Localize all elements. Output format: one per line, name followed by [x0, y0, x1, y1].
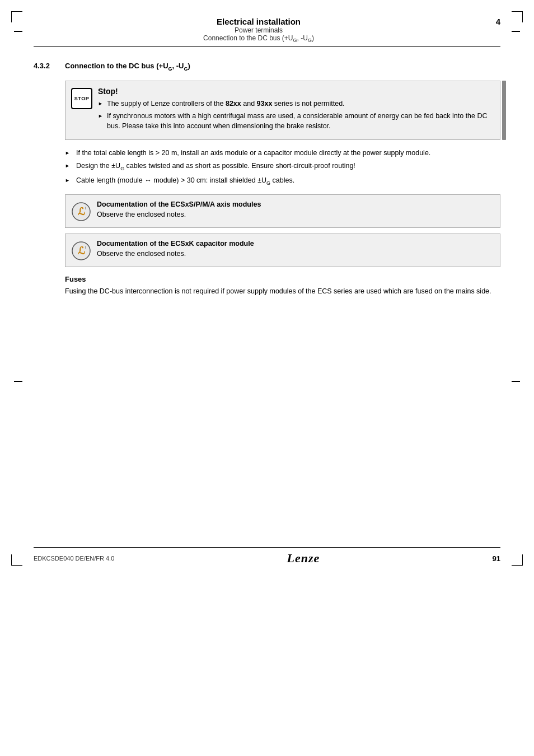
corner-mark-tl	[11, 11, 22, 22]
header-sub2: Connection to the DC bus (+UG, -UG)	[34, 34, 484, 43]
info-text-1: Observe the enclosed notes.	[97, 210, 492, 220]
tick-left-mid	[14, 381, 22, 382]
info-box2-wrapper: ℒ i Documentation of the ECSxK capacitor…	[65, 234, 500, 267]
header-content: Electrical installation Power terminals …	[34, 17, 484, 43]
info-icon-1: ℒ i	[71, 202, 91, 222]
info-content-2: Documentation of the ECSxK capacitor mod…	[97, 240, 492, 259]
header-sub1: Power terminals	[34, 26, 484, 34]
stop-list: The supply of Lenze controllers of the 8…	[98, 99, 492, 132]
tick-right-top	[512, 31, 520, 32]
info-box1: ℒ i Documentation of the ECSxS/P/M/A axi…	[65, 194, 500, 228]
header-title: Electrical installation	[34, 17, 484, 26]
stop-title: Stop!	[98, 87, 492, 96]
svg-text:ℒ: ℒ	[78, 206, 85, 217]
tick-left-top	[14, 31, 22, 32]
section-title: Connection to the DC bus (+UG, -UG)	[65, 62, 190, 72]
svg-text:ℒ: ℒ	[78, 245, 85, 256]
bullet-item-1: If the total cable length is > 20 m, ins…	[65, 148, 500, 158]
stop-item-2: If synchronous motors with a high centri…	[98, 111, 492, 131]
info-icon-2: ℒ i	[71, 241, 91, 261]
fuses-text: Fusing the DC-bus interconnection is not…	[65, 286, 500, 296]
info-box2: ℒ i Documentation of the ECSxK capacitor…	[65, 234, 500, 267]
svg-text:i: i	[85, 206, 86, 211]
section-number: 4.3.2	[34, 62, 56, 70]
page-header: Electrical installation Power terminals …	[34, 17, 500, 47]
fuses-heading: Fuses	[65, 275, 500, 283]
chapter-number: 4	[489, 17, 500, 26]
corner-mark-br	[512, 554, 523, 566]
stop-icon: STOP	[71, 88, 92, 109]
info-title-1: Documentation of the ECSxS/P/M/A axis mo…	[97, 200, 492, 208]
bullet-item-2: Design the ±UG cables twisted and as sho…	[65, 161, 500, 172]
stop-box: STOP Stop! The supply of Lenze controlle…	[65, 81, 500, 141]
info-content-1: Documentation of the ECSxS/P/M/A axis mo…	[97, 200, 492, 220]
stop-item-1: The supply of Lenze controllers of the 8…	[98, 99, 492, 109]
corner-mark-tr	[512, 11, 523, 22]
main-content: 4.3.2 Connection to the DC bus (+UG, -UG…	[34, 62, 500, 296]
info-text-2: Observe the enclosed notes.	[97, 249, 492, 259]
stop-box-wrapper: STOP Stop! The supply of Lenze controlle…	[65, 81, 500, 141]
tick-right-mid	[512, 381, 520, 382]
section-heading: 4.3.2 Connection to the DC bus (+UG, -UG…	[34, 62, 500, 72]
footer-logo: Lenze	[287, 551, 320, 566]
bullet-list: If the total cable length is > 20 m, ins…	[65, 148, 500, 186]
bullet-item-3: Cable length (module ↔ module) > 30 cm: …	[65, 175, 500, 187]
page-footer: EDKCSDE040 DE/EN/FR 4.0 Lenze 91	[34, 547, 500, 566]
stop-content: Stop! The supply of Lenze controllers of…	[98, 87, 492, 134]
svg-text:i: i	[85, 245, 86, 250]
footer-doc-ref: EDKCSDE040 DE/EN/FR 4.0	[34, 555, 114, 562]
footer-page-number: 91	[493, 554, 500, 563]
stop-box-accent-bar	[502, 81, 506, 141]
corner-mark-bl	[11, 554, 22, 566]
fuses-section: Fuses Fusing the DC-bus interconnection …	[65, 275, 500, 296]
info-title-2: Documentation of the ECSxK capacitor mod…	[97, 240, 492, 248]
info-box1-wrapper: ℒ i Documentation of the ECSxS/P/M/A axi…	[65, 194, 500, 228]
